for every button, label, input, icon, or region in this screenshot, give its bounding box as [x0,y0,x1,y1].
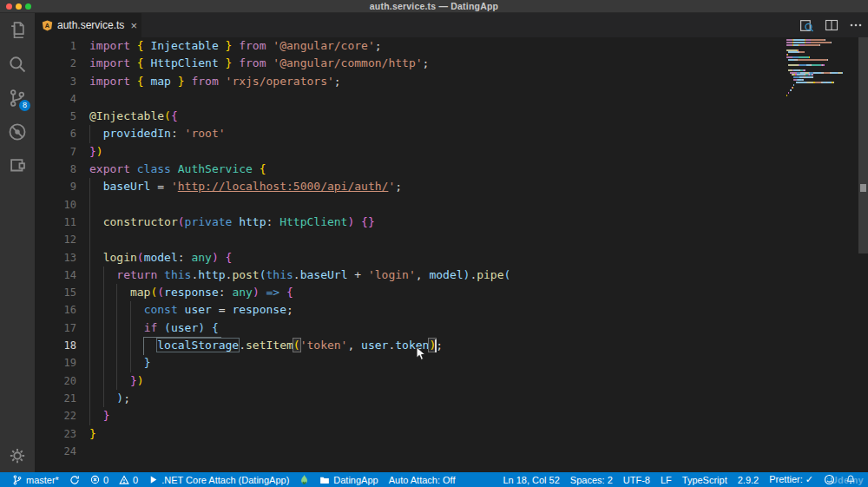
line-number[interactable]: 23 [35,425,76,443]
code-line[interactable]: 15 map((response: any) => { [35,284,868,301]
status-cursor-position[interactable]: Ln 18, Col 52 [497,472,564,487]
tab-close-icon[interactable]: × [130,20,137,31]
tab-bar: A auth.service.ts × [35,13,868,37]
code-line[interactable]: 4 [35,90,868,108]
code-line[interactable]: 17 if (user) { [35,319,868,337]
code-line[interactable]: 13 login(model: any) { [35,249,868,267]
code-line[interactable]: 6 providedIn: 'root' [35,125,868,142]
code-token: } [130,374,137,387]
code-line[interactable]: 19 } [35,354,868,372]
line-number[interactable]: 9 [35,178,76,195]
status-sync[interactable] [64,472,85,487]
status-errors[interactable]: 0 [85,472,114,487]
search-icon[interactable] [0,47,35,81]
code-token: user [185,303,212,316]
indent-guide [116,284,117,301]
code-line[interactable]: 23} [35,425,868,443]
code-token: ( [178,215,185,228]
code-token [279,286,286,299]
line-number[interactable]: 22 [35,407,76,424]
line-number[interactable]: 14 [35,267,76,284]
code-token: import [89,56,137,69]
vertical-scrollbar[interactable] [858,37,868,253]
code-line[interactable]: 5@Injectable({ [35,108,868,125]
code-token: providedIn [103,127,171,140]
line-number[interactable]: 13 [35,249,76,267]
status-ts-version[interactable]: 2.9.2 [733,472,764,487]
source-control-icon[interactable]: 8 [0,81,35,115]
files-icon[interactable] [0,13,35,47]
code-editor[interactable]: 1import { Injectable } from '@angular/co… [35,37,868,472]
code-line[interactable]: 3import { map } from 'rxjs/operators'; [35,73,868,90]
code-token: if [144,321,164,334]
line-number[interactable]: 6 [35,125,76,142]
status-notifications[interactable] [840,472,861,487]
line-number[interactable]: 18 [35,337,76,354]
code-line[interactable]: 9 baseUrl = 'http://localhost:5000/api/a… [35,178,868,195]
indent-guide [103,301,104,319]
status-language[interactable]: TypeScript [677,472,733,487]
code-line[interactable]: 20 }) [35,372,868,390]
code-line[interactable]: 24 [35,443,868,460]
line-number[interactable]: 5 [35,108,76,125]
code-token: user [361,339,388,352]
indent-guide [130,319,131,337]
status-warnings[interactable]: 0 [114,472,143,487]
code-token: from [185,75,226,88]
status-auto-attach[interactable]: Auto Attach: Off [384,472,461,487]
status-flame[interactable] [294,472,314,487]
status-encoding[interactable]: UTF-8 [618,472,655,487]
code-line[interactable]: 7}) [35,143,868,161]
code-line[interactable]: 2import { HttpClient } from '@angular/co… [35,55,868,72]
code-line[interactable]: 22 } [35,407,868,424]
line-number[interactable]: 19 [35,354,76,372]
line-number[interactable]: 15 [35,284,76,301]
line-number[interactable]: 3 [35,73,76,90]
debug-icon[interactable] [0,115,35,148]
code-token: { [212,321,219,334]
status-indentation[interactable]: Spaces: 2 [565,472,618,487]
code-line[interactable]: 1import { Injectable } from '@angular/co… [35,37,868,55]
code-line[interactable]: 10 [35,196,868,214]
status-prettier[interactable]: Prettier: ✓ [764,472,819,487]
open-preview-icon[interactable] [799,18,814,33]
status-debug-target[interactable]: .NET Core Attach (DatingApp) [143,472,294,487]
code-token: any [191,251,211,264]
code-line[interactable]: 12 [35,231,868,248]
line-number[interactable]: 10 [35,196,76,214]
status-eol[interactable]: LF [655,472,677,487]
settings-icon[interactable] [0,438,35,472]
line-number[interactable]: 21 [35,390,76,407]
indent-guide [89,390,90,407]
code-line[interactable]: 18 localStorage.setItem('token', user.to… [35,337,868,354]
status-branch[interactable]: master* [7,472,64,487]
code-line[interactable]: 14 return this.http.post(this.baseUrl + … [35,267,868,284]
code-token: HttpClient [279,215,347,228]
code-token: { [137,56,144,69]
line-number[interactable]: 11 [35,214,76,231]
minimap[interactable] [786,39,856,99]
line-number[interactable]: 8 [35,161,76,178]
status-feedback[interactable] [819,472,840,487]
line-number[interactable]: 12 [35,231,76,248]
line-number[interactable]: 24 [35,443,76,460]
line-number[interactable]: 20 [35,372,76,390]
tab-auth-service[interactable]: A auth.service.ts × [35,13,141,37]
extensions-icon[interactable] [0,148,35,182]
code-token: { [286,286,293,299]
line-number[interactable]: 2 [35,55,76,72]
line-number[interactable]: 4 [35,90,76,108]
code-line[interactable]: 8export class AuthService { [35,161,868,178]
code-line[interactable]: 11 constructor(private http: HttpClient)… [35,214,868,231]
status-workspace[interactable]: DatingApp [314,472,383,487]
split-editor-icon[interactable] [825,18,838,32]
code-line[interactable]: 16 const user = response; [35,301,868,319]
more-actions-icon[interactable] [849,18,863,32]
line-number[interactable]: 7 [35,143,76,161]
line-number[interactable]: 16 [35,301,76,319]
line-number[interactable]: 1 [35,37,76,55]
line-number[interactable]: 17 [35,319,76,337]
code-line[interactable]: 21 ); [35,390,868,407]
code-token: baseUrl [103,180,151,193]
code-token: : [219,286,233,299]
